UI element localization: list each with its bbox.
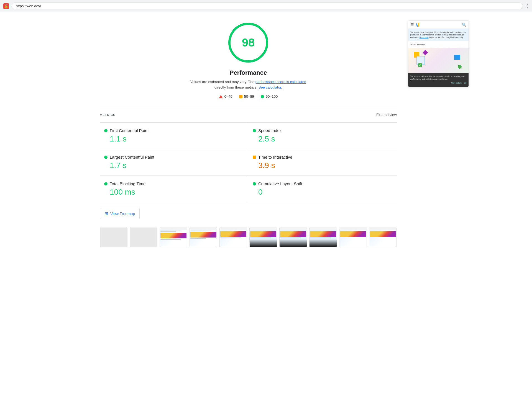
filmstrip-thumbnail-8 [309,228,337,247]
filmstrip-thumbnail-7 [279,228,307,247]
illustration-check-1: ✓ [418,63,422,67]
view-treemap-button[interactable]: ⊞ View Treemap [100,208,140,219]
right-panel: ☰ 🔍 We want to hear from you! We are loo… [408,20,469,250]
legend-green-label: 90–100 [266,94,278,99]
metric-cell-tti: Time to Interactive 3.9 s [248,149,397,176]
tti-label: Time to Interactive [258,155,292,159]
filmstrip-frame-1 [100,228,127,247]
metrics-header: METRICS Expand view [100,113,397,117]
metric-cell-tbt: Total Blocking Time 100 ms [100,176,248,202]
tti-value: 3.9 s [258,161,392,170]
legend-green: 90–100 [261,94,278,99]
calculator-link[interactable]: See calculator. [259,85,282,89]
metric-header-fcp: First Contentful Paint [104,128,244,133]
section-divider [100,107,397,107]
cookie-details-link[interactable]: More details [451,82,462,84]
tti-status-dot [253,156,256,159]
red-triangle-icon [219,95,223,98]
legend-red: 0–49 [219,94,232,99]
lcp-value: 1.7 s [110,161,244,170]
filmstrip-thumbnail-6 [249,228,277,247]
filmstrip-thumbnail-9 [339,228,367,247]
browser-menu-button[interactable] [526,3,529,9]
filmstrip-frame-6 [249,228,277,247]
tbt-value: 100 ms [110,188,244,197]
menu-dot [527,4,528,5]
metric-cell-lcp: Largest Contentful Paint 1.7 s [100,149,248,176]
illustration-check-2: ✓ [458,65,462,69]
filmstrip-thumbnail-3 [160,228,187,247]
metric-header-tti: Time to Interactive [253,155,392,159]
illustration-shape-4 [454,55,460,60]
treemap-icon: ⊞ [104,211,108,216]
metrics-section-label: METRICS [100,113,116,117]
score-title: Performance [100,69,397,76]
fcp-status-dot [104,129,108,132]
left-panel: 98 Performance Values are estimated and … [100,20,397,250]
browser-app-icon: 🔒 [3,3,9,9]
cookie-ok-button[interactable]: Ok [464,82,466,84]
treemap-label: View Treemap [110,211,135,216]
preview-about-label: About web.dev [408,41,469,48]
score-desc-text2: directly from these metrics. [214,85,257,89]
filmstrip-thumbnail-5 [219,228,247,247]
filmstrip-thumbnail-4 [190,228,217,247]
site-preview: ☰ 🔍 We want to hear from you! We are loo… [408,20,469,87]
cookie-buttons: More details Ok [410,82,466,84]
metric-header-lcp: Largest Contentful Paint [104,155,244,159]
webdev-logo [416,22,421,27]
tbt-status-dot [104,182,108,185]
cls-status-dot [253,182,256,185]
orange-square-icon [239,95,242,98]
score-section: 98 Performance Values are estimated and … [100,20,397,99]
score-desc-text: Values are estimated and may vary. The [190,80,254,84]
filmstrip [100,225,397,250]
expand-view-button[interactable]: Expand view [376,113,397,117]
lcp-status-dot [104,156,108,159]
preview-banner: We want to hear from you! We are looking… [408,29,469,41]
tbt-label: Total Blocking Time [110,181,145,186]
search-icon: 🔍 [462,23,466,27]
metric-cell-fcp: First Contentful Paint 1.1 s [100,123,248,149]
url-bar[interactable]: https://web.dev/ [12,2,523,9]
menu-dot [527,7,528,8]
browser-icon-label: 🔒 [4,4,8,8]
browser-bar: 🔒 https://web.dev/ [0,0,532,12]
metric-cell-cls: Cumulative Layout Shift 0 [248,176,397,202]
cls-label: Cumulative Layout Shift [258,181,302,186]
banner-link[interactable]: Apply now [420,36,428,38]
hamburger-icon: ☰ [410,22,414,27]
page-content: 98 Performance Values are estimated and … [94,12,438,258]
metric-header-tbt: Total Blocking Time [104,181,244,186]
performance-score-link[interactable]: performance score is calculated [255,80,306,84]
si-label: Speed Index [258,128,282,133]
filmstrip-frame-5 [219,228,247,247]
menu-dot [527,6,528,6]
preview-illustration: ✓ ✓ [408,48,469,73]
preview-cookie-banner: We serve cookies on this site to analyze… [408,73,469,86]
green-circle-icon [261,95,264,98]
score-legend: 0–49 50–89 90–100 [100,94,397,99]
metric-header-cls: Cumulative Layout Shift [253,181,392,186]
filmstrip-frame-7 [279,228,307,247]
metrics-grid: First Contentful Paint 1.1 s Speed Index… [100,122,397,202]
svg-marker-2 [416,23,418,27]
cookie-text: We serve cookies on this site to analyze… [410,75,464,80]
filmstrip-frame-3 [160,228,187,247]
filmstrip-frame-8 [309,228,337,247]
metric-cell-si: Speed Index 2.5 s [248,123,397,149]
legend-red-label: 0–49 [224,94,232,99]
legend-orange-label: 50–89 [244,94,254,99]
banner-suffix: to join our WebDev Insights Community. [429,36,463,38]
svg-rect-3 [418,23,419,27]
filmstrip-thumbnail-2 [130,228,157,247]
filmstrip-thumbnail-1 [100,228,127,247]
filmstrip-frame-10 [369,228,397,247]
preview-browser-bar: ☰ 🔍 [408,21,469,29]
fcp-value: 1.1 s [110,135,244,143]
score-description: Values are estimated and may vary. The p… [190,79,306,90]
filmstrip-frame-4 [190,228,217,247]
filmstrip-frame-9 [339,228,367,247]
legend-orange: 50–89 [239,94,254,99]
filmstrip-thumbnail-10 [369,228,397,247]
